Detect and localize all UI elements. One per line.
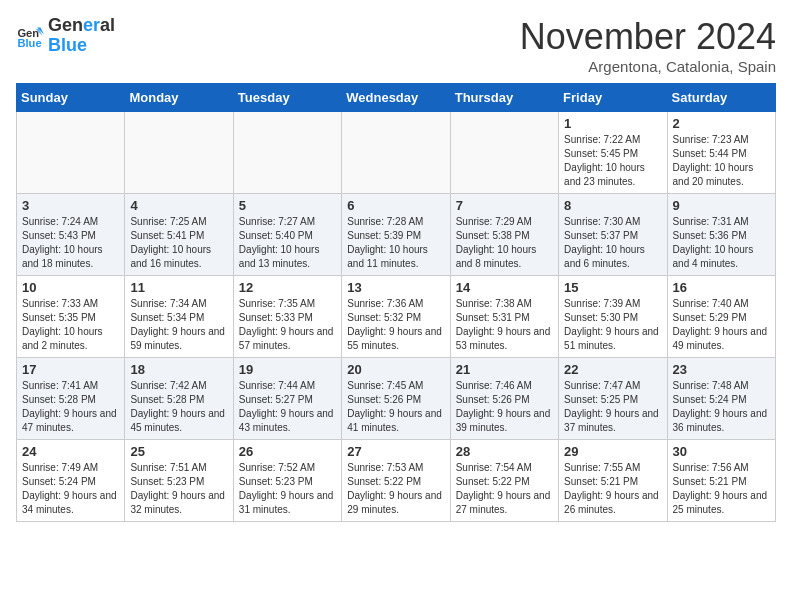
day-number: 1 <box>564 116 661 131</box>
day-number: 4 <box>130 198 227 213</box>
header-cell-tuesday: Tuesday <box>233 84 341 112</box>
cell-info: Sunrise: 7:25 AM Sunset: 5:41 PM Dayligh… <box>130 215 227 271</box>
day-number: 26 <box>239 444 336 459</box>
logo: Gen Blue General Blue <box>16 16 115 56</box>
calendar-cell: 6Sunrise: 7:28 AM Sunset: 5:39 PM Daylig… <box>342 194 450 276</box>
calendar-cell: 17Sunrise: 7:41 AM Sunset: 5:28 PM Dayli… <box>17 358 125 440</box>
day-number: 14 <box>456 280 553 295</box>
day-number: 17 <box>22 362 119 377</box>
header-cell-saturday: Saturday <box>667 84 775 112</box>
cell-info: Sunrise: 7:51 AM Sunset: 5:23 PM Dayligh… <box>130 461 227 517</box>
cell-info: Sunrise: 7:27 AM Sunset: 5:40 PM Dayligh… <box>239 215 336 271</box>
calendar-cell: 2Sunrise: 7:23 AM Sunset: 5:44 PM Daylig… <box>667 112 775 194</box>
calendar-cell: 8Sunrise: 7:30 AM Sunset: 5:37 PM Daylig… <box>559 194 667 276</box>
day-number: 27 <box>347 444 444 459</box>
calendar-cell: 28Sunrise: 7:54 AM Sunset: 5:22 PM Dayli… <box>450 440 558 522</box>
calendar-week-5: 24Sunrise: 7:49 AM Sunset: 5:24 PM Dayli… <box>17 440 776 522</box>
calendar-cell <box>233 112 341 194</box>
calendar-cell: 5Sunrise: 7:27 AM Sunset: 5:40 PM Daylig… <box>233 194 341 276</box>
cell-info: Sunrise: 7:45 AM Sunset: 5:26 PM Dayligh… <box>347 379 444 435</box>
header-cell-sunday: Sunday <box>17 84 125 112</box>
day-number: 2 <box>673 116 770 131</box>
cell-info: Sunrise: 7:23 AM Sunset: 5:44 PM Dayligh… <box>673 133 770 189</box>
day-number: 5 <box>239 198 336 213</box>
calendar-cell <box>125 112 233 194</box>
day-number: 16 <box>673 280 770 295</box>
calendar-cell: 29Sunrise: 7:55 AM Sunset: 5:21 PM Dayli… <box>559 440 667 522</box>
day-number: 22 <box>564 362 661 377</box>
header: Gen Blue General Blue November 2024 Arge… <box>16 16 776 75</box>
cell-info: Sunrise: 7:42 AM Sunset: 5:28 PM Dayligh… <box>130 379 227 435</box>
calendar-header-row: SundayMondayTuesdayWednesdayThursdayFrid… <box>17 84 776 112</box>
day-number: 15 <box>564 280 661 295</box>
day-number: 18 <box>130 362 227 377</box>
cell-info: Sunrise: 7:39 AM Sunset: 5:30 PM Dayligh… <box>564 297 661 353</box>
calendar-cell: 16Sunrise: 7:40 AM Sunset: 5:29 PM Dayli… <box>667 276 775 358</box>
logo-text-line1: General <box>48 16 115 36</box>
calendar-cell: 12Sunrise: 7:35 AM Sunset: 5:33 PM Dayli… <box>233 276 341 358</box>
day-number: 8 <box>564 198 661 213</box>
cell-info: Sunrise: 7:49 AM Sunset: 5:24 PM Dayligh… <box>22 461 119 517</box>
calendar-cell: 18Sunrise: 7:42 AM Sunset: 5:28 PM Dayli… <box>125 358 233 440</box>
day-number: 24 <box>22 444 119 459</box>
calendar-cell: 3Sunrise: 7:24 AM Sunset: 5:43 PM Daylig… <box>17 194 125 276</box>
calendar-cell <box>450 112 558 194</box>
day-number: 19 <box>239 362 336 377</box>
location-title: Argentona, Catalonia, Spain <box>520 58 776 75</box>
calendar-cell: 19Sunrise: 7:44 AM Sunset: 5:27 PM Dayli… <box>233 358 341 440</box>
day-number: 9 <box>673 198 770 213</box>
header-cell-friday: Friday <box>559 84 667 112</box>
logo-text-line2: Blue <box>48 36 115 56</box>
day-number: 3 <box>22 198 119 213</box>
day-number: 13 <box>347 280 444 295</box>
cell-info: Sunrise: 7:24 AM Sunset: 5:43 PM Dayligh… <box>22 215 119 271</box>
calendar-table: SundayMondayTuesdayWednesdayThursdayFrid… <box>16 83 776 522</box>
header-cell-monday: Monday <box>125 84 233 112</box>
cell-info: Sunrise: 7:52 AM Sunset: 5:23 PM Dayligh… <box>239 461 336 517</box>
month-title: November 2024 <box>520 16 776 58</box>
cell-info: Sunrise: 7:54 AM Sunset: 5:22 PM Dayligh… <box>456 461 553 517</box>
day-number: 25 <box>130 444 227 459</box>
cell-info: Sunrise: 7:48 AM Sunset: 5:24 PM Dayligh… <box>673 379 770 435</box>
calendar-cell: 7Sunrise: 7:29 AM Sunset: 5:38 PM Daylig… <box>450 194 558 276</box>
logo-icon: Gen Blue <box>16 22 44 50</box>
calendar-cell: 1Sunrise: 7:22 AM Sunset: 5:45 PM Daylig… <box>559 112 667 194</box>
calendar-cell: 20Sunrise: 7:45 AM Sunset: 5:26 PM Dayli… <box>342 358 450 440</box>
day-number: 12 <box>239 280 336 295</box>
cell-info: Sunrise: 7:34 AM Sunset: 5:34 PM Dayligh… <box>130 297 227 353</box>
day-number: 29 <box>564 444 661 459</box>
title-area: November 2024 Argentona, Catalonia, Spai… <box>520 16 776 75</box>
calendar-cell: 24Sunrise: 7:49 AM Sunset: 5:24 PM Dayli… <box>17 440 125 522</box>
calendar-cell: 13Sunrise: 7:36 AM Sunset: 5:32 PM Dayli… <box>342 276 450 358</box>
cell-info: Sunrise: 7:38 AM Sunset: 5:31 PM Dayligh… <box>456 297 553 353</box>
day-number: 10 <box>22 280 119 295</box>
cell-info: Sunrise: 7:56 AM Sunset: 5:21 PM Dayligh… <box>673 461 770 517</box>
cell-info: Sunrise: 7:29 AM Sunset: 5:38 PM Dayligh… <box>456 215 553 271</box>
cell-info: Sunrise: 7:28 AM Sunset: 5:39 PM Dayligh… <box>347 215 444 271</box>
day-number: 23 <box>673 362 770 377</box>
calendar-cell: 26Sunrise: 7:52 AM Sunset: 5:23 PM Dayli… <box>233 440 341 522</box>
day-number: 11 <box>130 280 227 295</box>
calendar-cell <box>342 112 450 194</box>
cell-info: Sunrise: 7:22 AM Sunset: 5:45 PM Dayligh… <box>564 133 661 189</box>
cell-info: Sunrise: 7:35 AM Sunset: 5:33 PM Dayligh… <box>239 297 336 353</box>
calendar-cell: 9Sunrise: 7:31 AM Sunset: 5:36 PM Daylig… <box>667 194 775 276</box>
cell-info: Sunrise: 7:53 AM Sunset: 5:22 PM Dayligh… <box>347 461 444 517</box>
cell-info: Sunrise: 7:44 AM Sunset: 5:27 PM Dayligh… <box>239 379 336 435</box>
cell-info: Sunrise: 7:55 AM Sunset: 5:21 PM Dayligh… <box>564 461 661 517</box>
day-number: 28 <box>456 444 553 459</box>
calendar-cell: 30Sunrise: 7:56 AM Sunset: 5:21 PM Dayli… <box>667 440 775 522</box>
calendar-week-2: 3Sunrise: 7:24 AM Sunset: 5:43 PM Daylig… <box>17 194 776 276</box>
cell-info: Sunrise: 7:40 AM Sunset: 5:29 PM Dayligh… <box>673 297 770 353</box>
calendar-week-4: 17Sunrise: 7:41 AM Sunset: 5:28 PM Dayli… <box>17 358 776 440</box>
day-number: 6 <box>347 198 444 213</box>
calendar-cell: 27Sunrise: 7:53 AM Sunset: 5:22 PM Dayli… <box>342 440 450 522</box>
day-number: 30 <box>673 444 770 459</box>
cell-info: Sunrise: 7:46 AM Sunset: 5:26 PM Dayligh… <box>456 379 553 435</box>
calendar-body: 1Sunrise: 7:22 AM Sunset: 5:45 PM Daylig… <box>17 112 776 522</box>
cell-info: Sunrise: 7:31 AM Sunset: 5:36 PM Dayligh… <box>673 215 770 271</box>
calendar-cell: 4Sunrise: 7:25 AM Sunset: 5:41 PM Daylig… <box>125 194 233 276</box>
day-number: 20 <box>347 362 444 377</box>
calendar-cell: 11Sunrise: 7:34 AM Sunset: 5:34 PM Dayli… <box>125 276 233 358</box>
header-cell-thursday: Thursday <box>450 84 558 112</box>
